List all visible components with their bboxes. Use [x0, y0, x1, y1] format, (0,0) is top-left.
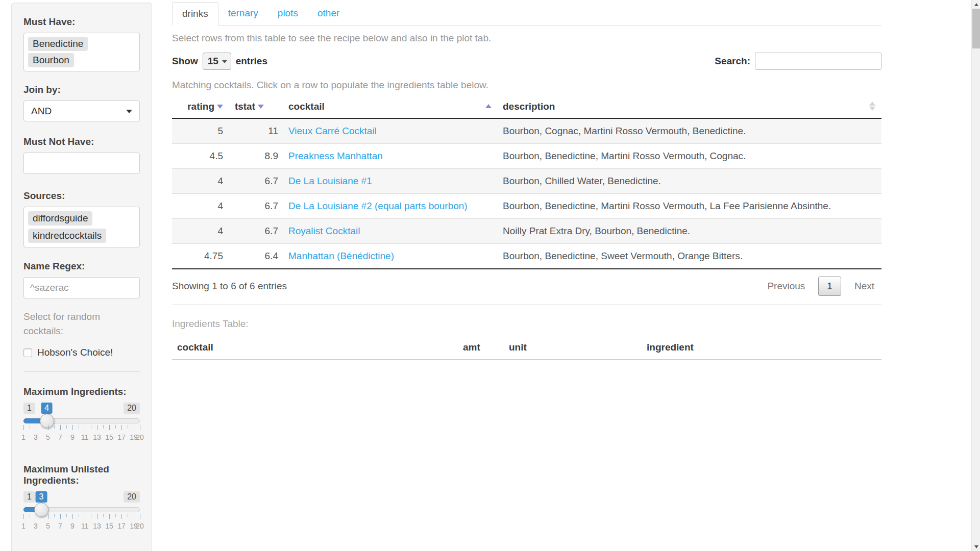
slider-value-label: 3: [36, 491, 47, 503]
sources-label: Sources:: [23, 190, 140, 202]
slider-grid: 13579111315171920: [23, 425, 140, 448]
hobsons-choice-label: Hobson's Choice!: [37, 347, 113, 358]
cocktail-link[interactable]: Manhattan (Bénédictine): [288, 251, 394, 261]
tab-plots[interactable]: plots: [268, 2, 308, 25]
page-length-select[interactable]: 15: [203, 53, 231, 70]
table-caption: Matching cocktails. Click on a row to po…: [172, 80, 881, 91]
must-not-have-input[interactable]: [23, 153, 140, 174]
cocktail-link[interactable]: De La Louisiane #2 (equal parts bourbon): [288, 201, 468, 211]
slider-min-label: 1: [23, 491, 35, 503]
hobsons-choice-row[interactable]: Hobson's Choice!: [23, 347, 140, 358]
sort-desc-icon: [217, 105, 223, 109]
table-controls: Show 15 entries Search:: [172, 53, 881, 70]
page-length-value: 15: [208, 56, 218, 66]
scrollbar-thumb[interactable]: [972, 9, 980, 48]
column-header-description[interactable]: description: [498, 95, 881, 118]
max-ingredients-slider[interactable]: 1 4 20 13579111315171920: [23, 403, 140, 454]
column-header-tstat[interactable]: tstat: [228, 95, 283, 118]
max-unlisted-slider[interactable]: 1 3 20 13579111315171920: [23, 491, 140, 542]
select-rows-hint: Select rows from this table to see the r…: [172, 33, 881, 44]
sources-input[interactable]: diffordsguide kindredcocktails: [23, 207, 140, 247]
show-label: Show: [172, 56, 198, 67]
table-row[interactable]: 4 6.7 De La Louisiane #1 Bourbon, Chille…: [172, 169, 881, 194]
chevron-down-icon: [222, 60, 227, 63]
search-control: Search:: [715, 53, 881, 70]
slider-value-label: 4: [41, 403, 53, 414]
slider-max-label: 20: [124, 403, 140, 414]
ing-column-unit: unit: [504, 336, 642, 360]
table-row[interactable]: 4.5 8.9 Preakness Manhattan Bourbon, Ben…: [172, 144, 881, 169]
ing-column-cocktail: cocktail: [172, 336, 458, 360]
search-input[interactable]: [755, 53, 881, 70]
page-length-control: Show 15 entries: [172, 53, 267, 70]
sort-desc-icon: [258, 105, 264, 109]
slider-min-label: 1: [23, 403, 35, 414]
must-have-input[interactable]: BenedictineBourbon: [23, 33, 140, 71]
tab-ternary[interactable]: ternary: [218, 2, 268, 25]
scroll-up-icon[interactable]: [972, 0, 980, 9]
section-divider: [172, 304, 881, 305]
slider-max-label: 20: [124, 491, 140, 503]
join-by-label: Join by:: [23, 84, 140, 95]
column-header-cocktail[interactable]: cocktail: [283, 95, 498, 118]
column-header-rating[interactable]: rating: [172, 95, 228, 118]
cocktail-link[interactable]: Preakness Manhattan: [288, 151, 383, 161]
tag-bourbon[interactable]: Bourbon: [28, 53, 74, 67]
previous-button[interactable]: Previous: [760, 278, 812, 295]
max-unlisted-label: Maximum Unlisted Ingredients:: [23, 464, 131, 486]
ing-column-ingredient: ingredient: [642, 336, 881, 360]
ingredients-header-row: cocktail amt unit ingredient: [172, 336, 881, 360]
next-button[interactable]: Next: [847, 278, 881, 295]
search-label: Search:: [715, 56, 750, 67]
tab-other[interactable]: other: [308, 2, 349, 25]
cocktail-link[interactable]: Vieux Carré Cocktail: [288, 126, 377, 136]
main-panel: drinks ternary plots other Select rows f…: [172, 0, 881, 360]
chevron-down-icon: [126, 110, 132, 113]
sort-asc-icon: [485, 104, 492, 108]
entries-label: entries: [236, 56, 267, 67]
join-by-select[interactable]: AND: [23, 101, 140, 121]
random-cocktails-label: Select for random cocktails:: [23, 310, 126, 338]
must-not-have-label: Must Not Have:: [23, 136, 140, 147]
filter-sidebar: Must Have: BenedictineBourbon Join by: A…: [11, 3, 152, 551]
slider-grid: 13579111315171920: [23, 514, 140, 537]
table-footer: Showing 1 to 6 of 6 entries Previous 1 N…: [172, 277, 881, 296]
table-row[interactable]: 4 6.7 Royalist Cocktail Noilly Prat Extr…: [172, 219, 881, 244]
pagination: Previous 1 Next: [760, 277, 881, 296]
table-row[interactable]: 4.75 6.4 Manhattan (Bénédictine) Bourbon…: [172, 244, 881, 269]
tab-drinks[interactable]: drinks: [172, 2, 218, 26]
header-row: rating tstat cocktail description: [172, 95, 881, 118]
table-row[interactable]: 4 6.7 De La Louisiane #2 (equal parts bo…: [172, 194, 881, 219]
ingredients-table-label: Ingredients Table:: [172, 318, 881, 330]
scroll-down-icon[interactable]: [972, 542, 980, 551]
sidebar-divider: [23, 371, 140, 372]
cocktail-link[interactable]: De La Louisiane #1: [288, 176, 372, 186]
join-by-value: AND: [31, 106, 52, 116]
max-ingredients-label: Maximum Ingredients:: [23, 386, 136, 397]
sort-unsorted-icon: [869, 102, 875, 111]
table-info: Showing 1 to 6 of 6 entries: [172, 281, 287, 292]
vertical-scrollbar[interactable]: [971, 0, 980, 551]
page-1-button[interactable]: 1: [818, 277, 841, 296]
must-have-label: Must Have:: [23, 16, 140, 28]
tab-bar: drinks ternary plots other: [172, 2, 881, 26]
table-row[interactable]: 5 11 Vieux Carré Cocktail Bourbon, Cogna…: [172, 118, 881, 144]
tag-benedictine[interactable]: Benedictine: [28, 37, 88, 51]
tag-kindredcocktails[interactable]: kindredcocktails: [28, 229, 106, 243]
hobsons-choice-checkbox[interactable]: [23, 348, 32, 357]
name-regex-input[interactable]: [23, 277, 140, 298]
tag-diffordsguide[interactable]: diffordsguide: [28, 211, 92, 226]
cocktails-table: rating tstat cocktail description: [172, 95, 881, 269]
name-regex-label: Name Regex:: [23, 261, 140, 272]
ingredients-table: cocktail amt unit ingredient: [172, 336, 881, 360]
cocktail-link[interactable]: Royalist Cocktail: [288, 226, 360, 236]
ing-column-amt: amt: [458, 336, 504, 360]
